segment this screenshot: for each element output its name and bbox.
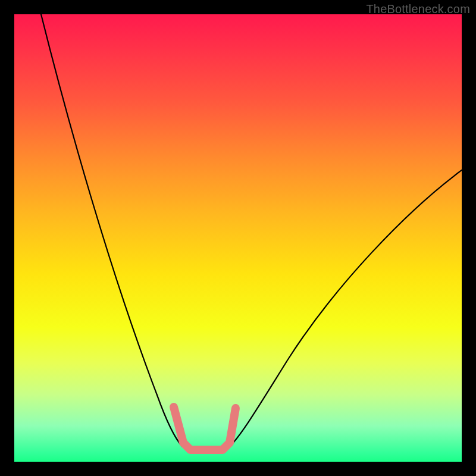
watermark-text: TheBottleneck.com [366, 2, 470, 16]
bottleneck-curve-flat [182, 446, 230, 451]
chart-plot-area [14, 14, 462, 462]
optimal-range-marker [174, 407, 236, 450]
bottleneck-curve-right [230, 170, 462, 446]
chart-overlay [14, 14, 462, 462]
bottleneck-curve-left [41, 14, 182, 446]
